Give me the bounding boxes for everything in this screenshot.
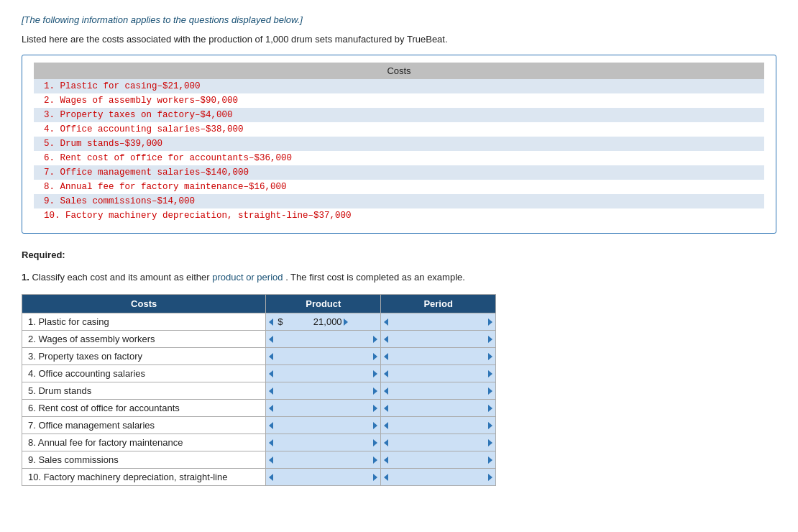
product-input-3[interactable] (275, 351, 372, 362)
product-input-10[interactable] (275, 472, 372, 482)
arrow-right-icon (373, 387, 377, 395)
table-row: 4. Office accounting salaries (22, 365, 496, 382)
arrow-left-icon (269, 405, 273, 412)
product-input-cell-6[interactable] (266, 400, 381, 417)
period-input-6[interactable] (390, 403, 487, 413)
product-input-6[interactable] (275, 403, 372, 413)
table-row: 7. Office management salaries (22, 417, 496, 434)
arrow-right-period-icon (488, 439, 492, 446)
question-text-blue: product or period (212, 272, 283, 283)
product-input-cell-10[interactable] (266, 469, 381, 486)
cost-label-8: 8. Annual fee for factory maintenance (22, 434, 266, 451)
info-box: Costs 1. Plastic for casing–$21,0002. Wa… (22, 55, 776, 234)
arrow-left-period-icon (384, 318, 388, 326)
question-text-black2: . The first cost is completed as an exam… (285, 272, 465, 283)
product-input-1[interactable] (285, 316, 342, 327)
cost-item-5: 5. Drum stands–$39,000 (34, 137, 764, 151)
arrow-right-period-icon (488, 405, 492, 412)
period-input-cell-9[interactable] (381, 451, 496, 469)
arrow-right-icon (373, 370, 377, 377)
arrow-left-period-icon (384, 405, 388, 412)
arrow-right-period-icon (488, 457, 492, 464)
product-input-cell-2[interactable] (266, 331, 381, 348)
arrow-right-icon (373, 439, 377, 446)
arrow-left-icon (269, 457, 273, 464)
arrow-right-icon (373, 422, 377, 429)
period-input-2[interactable] (390, 334, 487, 344)
product-input-cell-3[interactable] (266, 348, 381, 365)
cost-item-4: 4. Office accounting salaries–$38,000 (34, 122, 764, 137)
header-costs: Costs (22, 295, 266, 313)
cost-item-9: 9. Sales commissions–$14,000 (34, 194, 764, 208)
table-row: 1. Plastic for casing$ (22, 313, 496, 331)
product-input-9[interactable] (275, 454, 372, 465)
arrow-left-period-icon (384, 336, 388, 343)
product-input-cell-4[interactable] (266, 365, 381, 382)
period-input-cell-2[interactable] (381, 331, 496, 348)
period-input-10[interactable] (390, 472, 487, 482)
product-input-cell-5[interactable] (266, 382, 381, 400)
cost-label-3: 3. Property taxes on factory (22, 348, 266, 365)
period-input-cell-3[interactable] (381, 348, 496, 365)
cost-item-3: 3. Property taxes on factory–$4,000 (34, 108, 764, 122)
cost-item-1: 1. Plastic for casing–$21,000 (34, 79, 764, 93)
cost-label-6: 6. Rent cost of office for accountants (22, 400, 266, 417)
question-text-black1: Classify each cost and its amount as eit… (32, 272, 209, 283)
period-input-1[interactable] (390, 316, 487, 327)
table-row: 5. Drum stands (22, 382, 496, 400)
cost-item-7: 7. Office management salaries–$140,000 (34, 165, 764, 180)
product-input-cell-9[interactable] (266, 451, 381, 469)
arrow-right-period-icon (488, 336, 492, 343)
cost-label-4: 4. Office accounting salaries (22, 365, 266, 382)
cost-label-9: 9. Sales commissions (22, 451, 266, 469)
product-input-2[interactable] (275, 334, 372, 344)
period-input-cell-4[interactable] (381, 365, 496, 382)
question-1-text: 1. Classify each cost and its amount as … (22, 272, 776, 283)
answer-table: Costs Product Period 1. Plastic for casi… (22, 294, 496, 486)
arrow-left-icon (269, 370, 273, 377)
table-row: 9. Sales commissions (22, 451, 496, 469)
product-input-8[interactable] (275, 437, 372, 448)
product-input-cell-8[interactable] (266, 434, 381, 451)
arrow-left-icon (269, 439, 273, 446)
intro-italic: [The following information applies to th… (22, 14, 776, 25)
period-input-4[interactable] (390, 368, 487, 379)
period-input-cell-7[interactable] (381, 417, 496, 434)
question-number: 1. (22, 272, 29, 283)
intro-main-text: Listed here are the costs associated wit… (22, 34, 776, 45)
period-input-8[interactable] (390, 437, 487, 448)
period-input-3[interactable] (390, 351, 487, 362)
period-input-cell-8[interactable] (381, 434, 496, 451)
costs-info-table: Costs 1. Plastic for casing–$21,0002. Wa… (34, 63, 764, 223)
period-input-5[interactable] (390, 385, 487, 396)
arrow-right-period-icon (488, 353, 492, 360)
product-input-cell-7[interactable] (266, 417, 381, 434)
arrow-right-icon (373, 336, 377, 343)
period-input-9[interactable] (390, 454, 487, 465)
arrow-left-period-icon (384, 422, 388, 429)
arrow-right-period-icon (488, 474, 492, 481)
product-input-4[interactable] (275, 368, 372, 379)
cost-item-6: 6. Rent cost of office for accountants–$… (34, 151, 764, 165)
product-input-cell-1[interactable]: $ (266, 313, 381, 331)
arrow-left-icon (269, 336, 273, 343)
arrow-left-period-icon (384, 474, 388, 481)
period-input-cell-10[interactable] (381, 469, 496, 486)
period-input-cell-6[interactable] (381, 400, 496, 417)
arrow-right-icon (373, 457, 377, 464)
arrow-right-period-icon (488, 422, 492, 429)
product-input-7[interactable] (275, 420, 372, 431)
period-input-7[interactable] (390, 420, 487, 431)
arrow-left-period-icon (384, 353, 388, 360)
arrow-right-period-icon (488, 370, 492, 377)
arrow-left-icon (269, 422, 273, 429)
product-input-5[interactable] (275, 385, 372, 396)
period-input-cell-1[interactable] (381, 313, 496, 331)
arrow-left-icon (269, 318, 273, 326)
period-input-cell-5[interactable] (381, 382, 496, 400)
arrow-left-period-icon (384, 439, 388, 446)
table-row: 6. Rent cost of office for accountants (22, 400, 496, 417)
dollar-sign: $ (278, 316, 283, 327)
arrow-right-icon (373, 405, 377, 412)
cost-label-2: 2. Wages of assembly workers (22, 331, 266, 348)
